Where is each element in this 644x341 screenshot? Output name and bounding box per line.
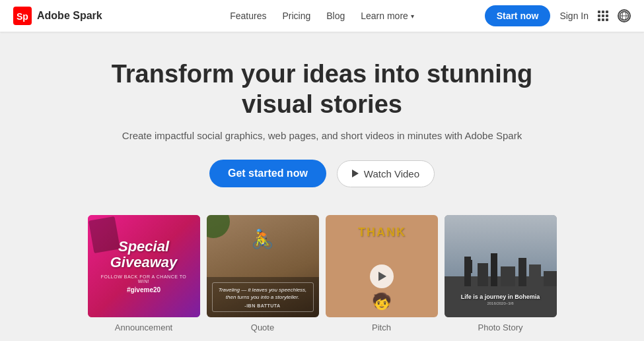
language-globe-icon[interactable] [618,9,631,22]
card-photo-image: Life is a journey in Bohemia 2016/2020~3… [445,215,557,317]
card-pitch-image: T H A N K 🧒 [326,215,438,317]
nav-blog[interactable]: Blog [326,11,345,21]
announcement-card-bg: Special Giveaway Follow back for a chanc… [88,215,200,317]
photo-caption-text: Life is a journey in Bohemia [445,294,557,300]
announcement-title: Special Giveaway [96,239,192,270]
quote-card-bg: 🚴 Traveling — it leaves you speechless, … [207,215,319,317]
card-quote-item[interactable]: 🚴 Traveling — it leaves you speechless, … [207,215,319,332]
card-quote-label: Quote [251,323,274,332]
navbar-actions: Start now Sign In [485,5,631,26]
play-icon [352,170,359,177]
hero-title: Transform your ideas into stunning visua… [85,59,560,119]
watch-video-button[interactable]: Watch Video [337,160,435,187]
get-started-button[interactable]: Get started now [209,160,326,187]
start-now-button[interactable]: Start now [485,5,551,26]
chevron-down-icon: ▾ [411,13,414,20]
svg-text:Sp: Sp [17,11,28,22]
card-announcement-item[interactable]: Special Giveaway Follow back for a chanc… [88,215,200,332]
cards-row: Special Giveaway Follow back for a chanc… [53,215,591,332]
card-announcement-image: Special Giveaway Follow back for a chanc… [88,215,200,317]
pitch-card-bg: T H A N K 🧒 [326,215,438,317]
card-quote-image: 🚴 Traveling — it leaves you speechless, … [207,215,319,317]
pitch-play-button [370,264,394,288]
card-photo-label: Photo Story [478,323,523,332]
apps-grid-icon[interactable] [598,11,608,21]
quote-author: -IBN BATTUTA [216,303,310,308]
pitch-person: 🧒 [372,292,392,311]
leaf-decoration [207,215,230,238]
pitch-play-icon [378,272,386,281]
hero-section: Transform your ideas into stunning visua… [0,32,644,215]
card-pitch-item[interactable]: T H A N K 🧒 Pitch [326,215,438,332]
card-photo-story-item[interactable]: Life is a journey in Bohemia 2016/2020~3… [445,215,557,332]
announcement-sub: Follow back for a chance to win! [96,274,192,284]
card-pitch-label: Pitch [372,323,391,332]
navbar: Sp Adobe Spark Features Pricing Blog Lea… [0,0,644,32]
hero-buttons: Get started now Watch Video [13,160,631,187]
card-announcement-label: Announcement [115,323,172,332]
sign-in-link[interactable]: Sign In [559,11,589,21]
brand-name: Adobe Spark [37,10,102,22]
photo-caption: Life is a journey in Bohemia 2016/2020~3… [445,294,557,305]
photo-date: 2016/2020~3/8 [445,301,557,305]
quote-text: Traveling — it leaves you speechless, th… [216,286,310,301]
spark-logo-icon: Sp [13,7,32,25]
announcement-tag: #giveme20 [96,286,192,294]
nav-learn-more[interactable]: Learn more ▾ [361,11,414,21]
brand-area: Sp Adobe Spark [13,7,102,25]
nav-links: Features Pricing Blog Learn more ▾ [230,11,414,21]
thank-letters: T H A N K [358,226,405,239]
nav-pricing[interactable]: Pricing [282,11,310,21]
cards-section: Special Giveaway Follow back for a chanc… [0,215,644,341]
nav-features[interactable]: Features [230,11,266,21]
photo-card-bg: Life is a journey in Bohemia 2016/2020~3… [445,215,557,317]
hero-subtitle: Create impactful social graphics, web pa… [13,130,631,141]
